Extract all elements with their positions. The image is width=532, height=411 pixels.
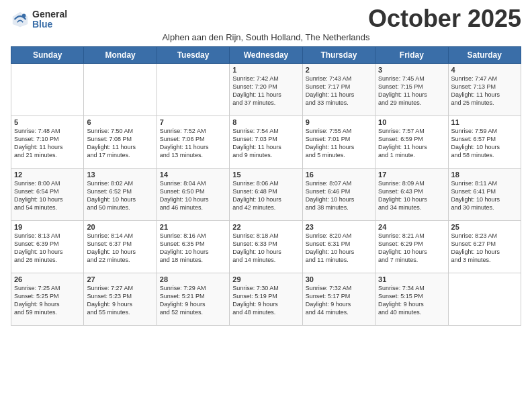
day-number: 19 — [14, 223, 81, 231]
header-wednesday: Wednesday — [230, 47, 302, 64]
header-sunday: Sunday — [11, 47, 84, 64]
calendar-cell-w4d6 — [448, 273, 521, 326]
logo-general-label: General — [32, 9, 67, 19]
calendar-cell-w0d2 — [157, 64, 229, 116]
calendar-cell-w1d1: 6Sunrise: 7:50 AM Sunset: 7:08 PM Daylig… — [84, 116, 157, 169]
calendar-cell-w4d0: 26Sunrise: 7:25 AM Sunset: 5:25 PM Dayli… — [11, 273, 84, 326]
day-number: 11 — [451, 118, 518, 126]
day-content: Sunrise: 8:13 AM Sunset: 6:39 PM Dayligh… — [14, 232, 81, 265]
day-number: 27 — [87, 275, 153, 283]
calendar-cell-w2d0: 12Sunrise: 8:00 AM Sunset: 6:54 PM Dayli… — [11, 169, 84, 221]
weekday-header-row: Sunday Monday Tuesday Wednesday Thursday… — [11, 47, 521, 64]
calendar-cell-w3d1: 20Sunrise: 8:14 AM Sunset: 6:37 PM Dayli… — [84, 221, 157, 273]
day-content: Sunrise: 7:54 AM Sunset: 7:03 PM Dayligh… — [232, 127, 299, 160]
day-number: 5 — [14, 118, 81, 126]
calendar-cell-w0d4: 2Sunrise: 7:43 AM Sunset: 7:17 PM Daylig… — [302, 64, 375, 116]
day-content: Sunrise: 8:21 AM Sunset: 6:29 PM Dayligh… — [378, 232, 445, 265]
calendar-week-4: 26Sunrise: 7:25 AM Sunset: 5:25 PM Dayli… — [11, 273, 521, 326]
day-content: Sunrise: 8:09 AM Sunset: 6:43 PM Dayligh… — [378, 179, 445, 212]
day-content: Sunrise: 7:45 AM Sunset: 7:15 PM Dayligh… — [378, 75, 445, 107]
day-content: Sunrise: 8:07 AM Sunset: 6:46 PM Dayligh… — [306, 179, 372, 212]
calendar-cell-w3d2: 21Sunrise: 8:16 AM Sunset: 6:35 PM Dayli… — [157, 221, 229, 273]
day-number: 3 — [378, 66, 445, 74]
calendar-week-3: 19Sunrise: 8:13 AM Sunset: 6:39 PM Dayli… — [11, 221, 521, 273]
day-content: Sunrise: 8:18 AM Sunset: 6:33 PM Dayligh… — [232, 232, 299, 265]
day-number: 6 — [87, 118, 153, 126]
day-content: Sunrise: 8:04 AM Sunset: 6:50 PM Dayligh… — [160, 179, 226, 212]
day-number: 20 — [87, 223, 153, 231]
calendar-cell-w3d4: 23Sunrise: 8:20 AM Sunset: 6:31 PM Dayli… — [302, 221, 375, 273]
calendar-cell-w1d6: 11Sunrise: 7:59 AM Sunset: 6:57 PM Dayli… — [448, 116, 521, 169]
calendar-cell-w4d2: 28Sunrise: 7:29 AM Sunset: 5:21 PM Dayli… — [157, 273, 229, 326]
header-thursday: Thursday — [302, 47, 375, 64]
calendar-cell-w4d1: 27Sunrise: 7:27 AM Sunset: 5:23 PM Dayli… — [84, 273, 157, 326]
header-friday: Friday — [375, 47, 448, 64]
day-content: Sunrise: 7:59 AM Sunset: 6:57 PM Dayligh… — [451, 127, 518, 160]
header-tuesday: Tuesday — [157, 47, 229, 64]
calendar-cell-w2d5: 17Sunrise: 8:09 AM Sunset: 6:43 PM Dayli… — [375, 169, 448, 221]
header-saturday: Saturday — [448, 47, 521, 64]
day-number: 26 — [14, 275, 81, 283]
calendar-cell-w1d2: 7Sunrise: 7:52 AM Sunset: 7:06 PM Daylig… — [157, 116, 229, 169]
day-number: 25 — [451, 223, 518, 231]
day-content: Sunrise: 7:27 AM Sunset: 5:23 PM Dayligh… — [87, 284, 153, 317]
day-content: Sunrise: 7:57 AM Sunset: 6:59 PM Dayligh… — [378, 127, 445, 160]
calendar-cell-w1d0: 5Sunrise: 7:48 AM Sunset: 7:10 PM Daylig… — [11, 116, 84, 169]
calendar-cell-w1d4: 9Sunrise: 7:55 AM Sunset: 7:01 PM Daylig… — [302, 116, 375, 169]
day-content: Sunrise: 7:25 AM Sunset: 5:25 PM Dayligh… — [14, 284, 81, 317]
day-content: Sunrise: 7:34 AM Sunset: 5:15 PM Dayligh… — [378, 284, 445, 317]
day-number: 9 — [306, 118, 372, 126]
day-content: Sunrise: 8:02 AM Sunset: 6:52 PM Dayligh… — [87, 179, 153, 212]
calendar-cell-w0d6: 4Sunrise: 7:47 AM Sunset: 7:13 PM Daylig… — [448, 64, 521, 116]
day-content: Sunrise: 7:29 AM Sunset: 5:21 PM Dayligh… — [160, 284, 226, 317]
calendar-week-2: 12Sunrise: 8:00 AM Sunset: 6:54 PM Dayli… — [11, 169, 521, 221]
calendar-header: Sunday Monday Tuesday Wednesday Thursday… — [11, 47, 521, 64]
day-number: 24 — [378, 223, 445, 231]
subtitle: Alphen aan den Rijn, South Holland, The … — [11, 32, 521, 42]
day-number: 13 — [87, 171, 153, 179]
day-content: Sunrise: 8:14 AM Sunset: 6:37 PM Dayligh… — [87, 232, 153, 265]
calendar-cell-w2d4: 16Sunrise: 8:07 AM Sunset: 6:46 PM Dayli… — [302, 169, 375, 221]
day-number: 16 — [306, 171, 372, 179]
day-content: Sunrise: 8:16 AM Sunset: 6:35 PM Dayligh… — [160, 232, 226, 265]
day-content: Sunrise: 7:32 AM Sunset: 5:17 PM Dayligh… — [306, 284, 372, 317]
calendar-cell-w4d4: 30Sunrise: 7:32 AM Sunset: 5:17 PM Dayli… — [302, 273, 375, 326]
day-number: 23 — [306, 223, 372, 231]
day-number: 29 — [232, 275, 299, 283]
calendar-cell-w1d5: 10Sunrise: 7:57 AM Sunset: 6:59 PM Dayli… — [375, 116, 448, 169]
day-number: 17 — [378, 171, 445, 179]
day-number: 1 — [232, 66, 299, 74]
header: General Blue October 2025 — [11, 7, 521, 31]
page: General Blue October 2025 Alphen aan den… — [0, 0, 532, 331]
day-number: 31 — [378, 275, 445, 283]
day-content: Sunrise: 8:23 AM Sunset: 6:27 PM Dayligh… — [451, 232, 518, 265]
logo: General Blue — [11, 9, 67, 30]
day-number: 4 — [451, 66, 518, 74]
calendar-cell-w0d3: 1Sunrise: 7:42 AM Sunset: 7:20 PM Daylig… — [230, 64, 302, 116]
calendar-cell-w4d5: 31Sunrise: 7:34 AM Sunset: 5:15 PM Dayli… — [375, 273, 448, 326]
day-number: 18 — [451, 171, 518, 179]
day-number: 2 — [306, 66, 372, 74]
calendar-cell-w0d5: 3Sunrise: 7:45 AM Sunset: 7:15 PM Daylig… — [375, 64, 448, 116]
day-number: 10 — [378, 118, 445, 126]
day-content: Sunrise: 7:30 AM Sunset: 5:19 PM Dayligh… — [232, 284, 299, 317]
calendar-cell-w3d3: 22Sunrise: 8:18 AM Sunset: 6:33 PM Dayli… — [230, 221, 302, 273]
svg-point-1 — [22, 14, 26, 18]
calendar-week-0: 1Sunrise: 7:42 AM Sunset: 7:20 PM Daylig… — [11, 64, 521, 116]
day-number: 30 — [306, 275, 372, 283]
day-content: Sunrise: 8:11 AM Sunset: 6:41 PM Dayligh… — [451, 179, 518, 212]
day-content: Sunrise: 7:42 AM Sunset: 7:20 PM Dayligh… — [232, 75, 299, 107]
logo-text: General Blue — [32, 9, 67, 30]
calendar-cell-w2d3: 15Sunrise: 8:06 AM Sunset: 6:48 PM Dayli… — [230, 169, 302, 221]
day-content: Sunrise: 8:20 AM Sunset: 6:31 PM Dayligh… — [306, 232, 372, 265]
day-number: 15 — [232, 171, 299, 179]
day-number: 7 — [160, 118, 226, 126]
calendar-cell-w4d3: 29Sunrise: 7:30 AM Sunset: 5:19 PM Dayli… — [230, 273, 302, 326]
month-title: October 2025 — [368, 7, 521, 31]
calendar-cell-w0d1 — [84, 64, 157, 116]
day-content: Sunrise: 7:52 AM Sunset: 7:06 PM Dayligh… — [160, 127, 226, 160]
day-content: Sunrise: 7:43 AM Sunset: 7:17 PM Dayligh… — [306, 75, 372, 107]
day-number: 8 — [232, 118, 299, 126]
day-number: 14 — [160, 171, 226, 179]
day-content: Sunrise: 7:50 AM Sunset: 7:08 PM Dayligh… — [87, 127, 153, 160]
